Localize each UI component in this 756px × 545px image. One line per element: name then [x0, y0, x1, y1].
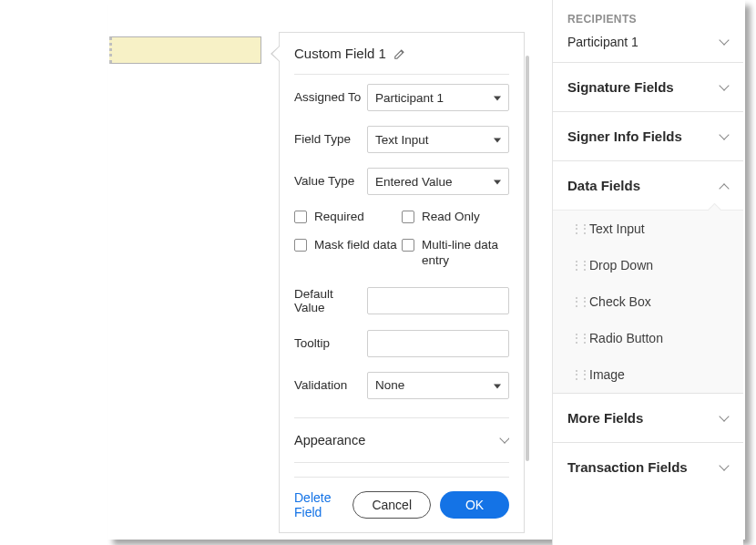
app-stage: Custom Field 1 Assigned To Participant 1…	[0, 0, 756, 545]
tooltip-input[interactable]	[367, 330, 509, 357]
data-field-item-text-input[interactable]: Text Input	[553, 211, 743, 247]
data-fields-section: Data Fields Text Input Drop Down Check B…	[553, 161, 743, 394]
right-sidebar: RECIPIENTS Participant 1 Signature Field…	[552, 0, 743, 545]
readonly-label: Read Only	[422, 210, 480, 225]
data-fields-list: Text Input Drop Down Check Box Radio But…	[553, 210, 743, 393]
transaction-fields-label: Transaction Fields	[567, 459, 688, 475]
mask-checkbox[interactable]: Mask field data	[294, 238, 402, 269]
recipient-value: Participant 1	[567, 35, 639, 49]
more-fields-section: More Fields	[553, 394, 743, 443]
required-checkbox[interactable]: Required	[294, 210, 402, 225]
options-checks: Required Read Only Mask field data Multi…	[294, 210, 509, 282]
data-fields-label: Data Fields	[567, 178, 640, 193]
transaction-fields-toggle[interactable]: Transaction Fields	[553, 443, 743, 491]
validation-row: Validation None	[294, 372, 509, 399]
checkbox-icon	[402, 239, 414, 252]
signer-info-section: Signer Info Fields	[553, 112, 743, 161]
chevron-up-icon	[720, 181, 729, 190]
chevron-down-icon	[720, 414, 729, 423]
delete-field-link[interactable]: Delete Field	[294, 490, 343, 519]
signature-fields-label: Signature Fields	[567, 79, 674, 95]
popover-footer: Delete Field Cancel OK	[294, 477, 509, 519]
field-type-label: Field Type	[294, 132, 362, 147]
chevron-down-icon	[720, 132, 729, 141]
more-fields-label: More Fields	[567, 410, 643, 426]
checkbox-icon	[294, 239, 307, 252]
signature-fields-section: Signature Fields	[553, 63, 743, 112]
chevron-down-icon	[720, 463, 729, 472]
data-field-item-image[interactable]: Image	[553, 356, 743, 393]
validation-label: Validation	[294, 378, 362, 393]
chevron-down-icon	[720, 83, 729, 92]
value-type-label: Value Type	[294, 174, 362, 189]
more-fields-toggle[interactable]: More Fields	[553, 394, 743, 442]
checkbox-icon	[402, 211, 414, 223]
value-type-select[interactable]: Entered Value	[367, 168, 509, 195]
cancel-button[interactable]: Cancel	[352, 491, 431, 519]
data-field-item-radio-button[interactable]: Radio Button	[553, 320, 743, 356]
multiline-label: Multi-line data entry	[422, 238, 509, 269]
default-value-input[interactable]	[367, 287, 509, 314]
pencil-icon[interactable]	[393, 47, 406, 60]
tooltip-row: Tooltip	[294, 330, 509, 357]
chevron-down-icon	[500, 436, 509, 445]
tools-section-toggle[interactable]: Tools	[294, 462, 509, 477]
assigned-to-row: Assigned To Participant 1	[294, 84, 509, 111]
signature-fields-toggle[interactable]: Signature Fields	[553, 63, 743, 111]
mask-label: Mask field data	[314, 238, 397, 253]
assigned-to-select-wrap: Participant 1	[367, 84, 509, 111]
default-value-label: Default Value	[294, 287, 362, 315]
data-field-item-check-box[interactable]: Check Box	[553, 283, 743, 320]
popover-content: Assigned To Participant 1 Field Type Tex…	[294, 75, 509, 477]
field-properties-popover: Custom Field 1 Assigned To Participant 1…	[279, 32, 525, 533]
readonly-checkbox[interactable]: Read Only	[402, 210, 509, 225]
checkbox-icon	[294, 211, 307, 223]
signer-info-label: Signer Info Fields	[567, 129, 682, 144]
ok-button[interactable]: OK	[440, 491, 509, 519]
recipients-heading: RECIPIENTS	[553, 0, 743, 31]
assigned-to-label: Assigned To	[294, 90, 362, 105]
validation-select-wrap: None	[367, 372, 509, 399]
validation-select[interactable]: None	[367, 372, 509, 399]
signer-info-toggle[interactable]: Signer Info Fields	[553, 112, 743, 160]
default-value-row: Default Value	[294, 287, 509, 315]
transaction-fields-section: Transaction Fields	[553, 443, 743, 491]
popover-title: Custom Field 1	[294, 46, 386, 61]
recipients-section: RECIPIENTS Participant 1	[553, 0, 743, 63]
field-type-select[interactable]: Text Input	[367, 126, 509, 153]
multiline-checkbox[interactable]: Multi-line data entry	[402, 238, 509, 269]
field-type-select-wrap: Text Input	[367, 126, 509, 153]
tooltip-label: Tooltip	[294, 336, 362, 351]
recipients-dropdown[interactable]: Participant 1	[553, 31, 743, 62]
chevron-down-icon	[720, 37, 729, 46]
field-type-row: Field Type Text Input	[294, 126, 509, 153]
popover-title-row: Custom Field 1	[294, 46, 509, 75]
value-type-select-wrap: Entered Value	[367, 168, 509, 195]
required-label: Required	[314, 210, 364, 225]
value-type-row: Value Type Entered Value	[294, 168, 509, 195]
appearance-section-toggle[interactable]: Appearance	[294, 417, 509, 462]
assigned-to-select[interactable]: Participant 1	[367, 84, 509, 111]
data-field-item-drop-down[interactable]: Drop Down	[553, 247, 743, 283]
popover-scrollbar[interactable]	[526, 56, 529, 461]
appearance-label: Appearance	[294, 433, 365, 447]
custom-field-chip[interactable]	[109, 36, 261, 64]
